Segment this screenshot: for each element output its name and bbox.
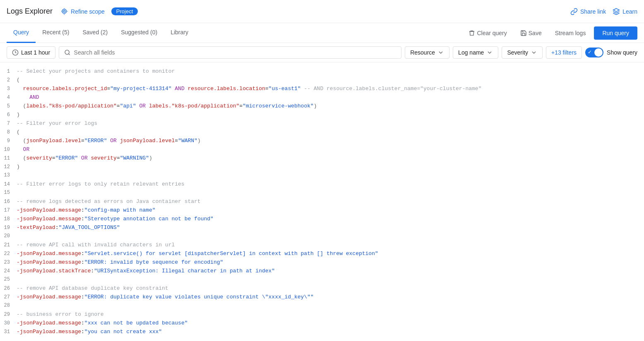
line-number: 7: [0, 120, 17, 128]
chevron-down-icon-3: [531, 49, 537, 56]
line-content: (severity="ERROR" OR severity="WARNING"): [17, 154, 644, 163]
code-line: 11 (severity="ERROR" OR severity="WARNIN…: [0, 154, 644, 163]
line-content: -jsonPayload.message:"you can not create…: [17, 328, 644, 336]
line-number: 9: [0, 137, 17, 145]
line-number: 5: [0, 103, 17, 110]
line-number: 14: [0, 181, 17, 188]
search-box[interactable]: [59, 46, 401, 59]
tabs-bar: Query Recent (5) Saved (2) Suggested (0)…: [0, 23, 644, 43]
code-line: 5 (labels."k8s-pod/application"="api" OR…: [0, 102, 644, 111]
line-content: ): [17, 111, 644, 119]
line-number: 28: [0, 302, 17, 310]
tab-query[interactable]: Query: [7, 23, 36, 43]
line-number: 1: [0, 68, 17, 76]
project-badge: Project: [111, 7, 138, 15]
line-number: 18: [0, 215, 17, 223]
line-content: OR: [17, 145, 644, 154]
code-line: 20: [0, 232, 644, 241]
line-number: 24: [0, 267, 17, 275]
code-line: 15: [0, 189, 644, 198]
line-number: 29: [0, 311, 17, 319]
code-line: 13: [0, 172, 644, 180]
code-editor[interactable]: 1-- Select your projects and containers …: [0, 62, 644, 341]
tab-suggested[interactable]: Suggested (0): [114, 23, 164, 43]
more-filters-button[interactable]: +13 filters: [546, 46, 582, 59]
toggle-switch[interactable]: ✓: [585, 48, 603, 57]
severity-filter[interactable]: Severity: [502, 46, 543, 59]
chevron-down-icon: [437, 49, 444, 56]
line-content: -textPayload:"JAVA_TOOL_OPTIONS": [17, 224, 644, 232]
search-input[interactable]: [74, 49, 396, 56]
code-line: 3 resource.labels.project_id="my-project…: [0, 85, 644, 93]
line-number: 3: [0, 85, 17, 93]
line-content: -- Filter error logs to only retain rele…: [17, 180, 644, 189]
line-content: resource.labels.project_id="my-project-4…: [17, 85, 644, 93]
line-number: 13: [0, 172, 17, 179]
code-line: 21-- remove API call with invalid charac…: [0, 241, 644, 250]
line-number: 10: [0, 146, 17, 154]
code-line: 9 (jsonPayload.level="ERROR" OR jsonPayl…: [0, 137, 644, 145]
line-number: 23: [0, 259, 17, 267]
refine-scope-button[interactable]: Refine scope: [61, 8, 105, 15]
line-content: -jsonPayload.stackTrace:"URISyntaxExcept…: [17, 267, 644, 276]
code-line: 17-jsonPayload.message:"config-map with …: [0, 206, 644, 215]
line-content: (: [17, 76, 644, 85]
clear-icon: [469, 30, 475, 36]
log-name-filter[interactable]: Log name: [453, 46, 498, 59]
svg-point-1: [63, 10, 65, 12]
stream-logs-button[interactable]: Stream logs: [550, 27, 591, 39]
run-query-button[interactable]: Run query: [594, 26, 637, 40]
line-content: (jsonPayload.level="ERROR" OR jsonPayloa…: [17, 137, 644, 145]
line-number: 8: [0, 129, 17, 136]
line-content: -jsonPayload.message:"Stereotype annotat…: [17, 215, 644, 224]
line-content: -jsonPayload.message:"config-map with na…: [17, 206, 644, 215]
clock-icon: [12, 49, 19, 56]
line-number: 19: [0, 224, 17, 232]
time-filter-button[interactable]: Last 1 hour: [7, 46, 55, 59]
tab-recent[interactable]: Recent (5): [36, 23, 76, 43]
toggle-thumb: [594, 48, 603, 57]
show-query-toggle[interactable]: ✓ Show query: [585, 48, 637, 57]
learn-label: Learn: [622, 8, 637, 15]
line-content: AND: [17, 93, 644, 102]
line-number: 4: [0, 94, 17, 102]
line-number: 2: [0, 76, 17, 84]
svg-line-8: [69, 54, 70, 55]
learn-button[interactable]: Learn: [613, 8, 637, 15]
code-line: 2(: [0, 76, 644, 85]
code-line: 18-jsonPayload.message:"Stereotype annot…: [0, 215, 644, 224]
code-line: 10 OR: [0, 145, 644, 154]
code-line: 27-jsonPayload.message:"ERROR: duplicate…: [0, 293, 644, 302]
line-content: -- business error to ignore: [17, 310, 644, 319]
line-number: 27: [0, 293, 17, 301]
tab-library[interactable]: Library: [164, 23, 195, 43]
line-number: 22: [0, 250, 17, 258]
search-icon: [64, 49, 71, 56]
line-number: 12: [0, 163, 17, 171]
share-icon: [570, 8, 578, 15]
scope-icon: [61, 8, 68, 15]
line-content: -- remove API database duplicate key con…: [17, 284, 644, 293]
app-header: Logs Explorer Refine scope Project Share…: [0, 0, 644, 23]
share-link-button[interactable]: Share link: [570, 8, 606, 15]
save-button[interactable]: Save: [515, 27, 547, 39]
svg-point-7: [65, 50, 69, 54]
code-line: 24-jsonPayload.stackTrace:"URISyntaxExce…: [0, 267, 644, 276]
code-line: 14-- Filter error logs to only retain re…: [0, 180, 644, 189]
resource-filter[interactable]: Resource: [405, 46, 449, 59]
show-query-label: Show query: [607, 49, 637, 56]
clear-query-button[interactable]: Clear query: [464, 27, 512, 39]
save-icon: [520, 30, 527, 36]
code-line: 22-jsonPayload.message:"Servlet.service(…: [0, 250, 644, 258]
time-filter-label: Last 1 hour: [21, 49, 50, 56]
line-number: 31: [0, 328, 17, 336]
line-content: (: [17, 128, 644, 137]
header-actions: Share link Learn: [570, 8, 637, 15]
code-line: 7-- Filter your error logs: [0, 119, 644, 128]
learn-icon: [613, 8, 620, 15]
line-content: -jsonPayload.message:"xxx can not be upd…: [17, 319, 644, 328]
code-line: 26-- remove API database duplicate key c…: [0, 284, 644, 293]
code-line: 28: [0, 302, 644, 310]
tab-saved[interactable]: Saved (2): [76, 23, 114, 43]
line-content: -- Filter your error logs: [17, 119, 644, 128]
